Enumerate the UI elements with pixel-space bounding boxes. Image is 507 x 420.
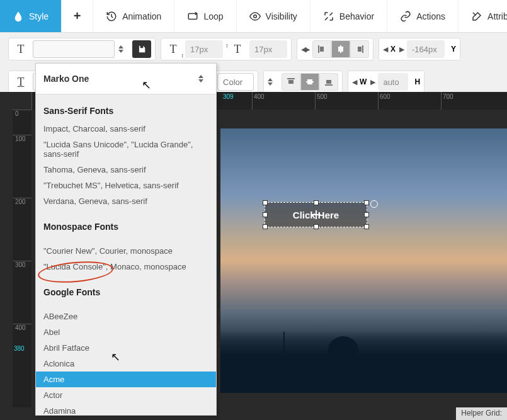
font-item[interactable]: Tahoma, Geneva, sans-serif [43, 162, 208, 178]
tab-label: Attribu [487, 11, 507, 21]
statusbar: Helper Grid: [456, 407, 507, 420]
chevron-r-icon: ▶ [370, 78, 374, 86]
align-bottom-icon [324, 77, 333, 86]
resize-handle[interactable] [314, 224, 319, 229]
font-item[interactable]: ABeeZee [43, 309, 208, 324]
align-left-icon [317, 45, 326, 54]
svg-rect-2 [318, 45, 319, 53]
line-height-icon: T↕ [229, 41, 246, 57]
cursor-icon: ↖ [111, 350, 120, 364]
h-align-group[interactable] [312, 40, 369, 58]
chevron-l-icon: ◀ [383, 45, 387, 54]
text-icon: T [13, 41, 29, 57]
align-right-button[interactable] [350, 40, 369, 58]
svg-rect-12 [325, 84, 333, 86]
tab-visibility[interactable]: Visibility [237, 0, 310, 32]
align-bottom-button[interactable] [319, 73, 338, 91]
font-name-stepper[interactable] [118, 40, 128, 58]
tab-style[interactable]: Style [0, 0, 62, 32]
line-height-input[interactable] [249, 40, 287, 58]
history-icon [106, 11, 117, 22]
h-label: H [414, 77, 420, 86]
cursor-icon: ↖ [142, 78, 151, 92]
font-item[interactable]: "Courier New", Courier, monospace [43, 243, 208, 259]
svg-rect-6 [362, 45, 363, 53]
font-item[interactable]: "Lucida Sans Unicode", "Lucida Grande", … [43, 137, 208, 162]
font-item-highlighted[interactable]: Acme [36, 372, 216, 387]
scene-skyline [220, 330, 507, 393]
font-item[interactable]: "Trebuchet MS", Helvetica, sans-serif [43, 178, 208, 193]
floppy-icon [137, 45, 146, 54]
font-item[interactable]: "Lucida Console", Monaco, monospace [43, 259, 208, 275]
resize-handle[interactable] [263, 200, 268, 205]
resize-handle[interactable] [263, 212, 268, 217]
width-input[interactable] [378, 73, 408, 91]
font-item[interactable]: Aclonica [43, 356, 208, 372]
x-input[interactable] [407, 40, 445, 58]
rotate-handle[interactable] [370, 200, 378, 208]
y-label: Y [451, 45, 456, 54]
link-icon [400, 11, 411, 22]
svg-point-1 [253, 14, 256, 18]
align-top-button[interactable] [282, 73, 300, 91]
font-dropdown[interactable]: Marko One Sans-Serif Fonts Impact, Charc… [35, 63, 217, 416]
align-center-button[interactable] [331, 40, 350, 58]
loop-icon [187, 11, 198, 22]
font-size-input[interactable] [185, 40, 223, 58]
tab-label: Animation [122, 11, 161, 21]
align-middle-button[interactable] [300, 73, 319, 91]
x-label: X [390, 45, 396, 54]
tab-loop[interactable]: Loop [174, 0, 236, 32]
selected-element[interactable]: Click Here [265, 202, 367, 227]
tab-animation[interactable]: Animation [93, 0, 174, 32]
font-heading-sans: Sans-Serif Fonts [43, 106, 208, 116]
font-item[interactable]: Abel [43, 324, 208, 340]
tab-behavior[interactable]: Behavior [310, 0, 387, 32]
font-dropdown-stepper[interactable] [198, 70, 208, 88]
tab-add[interactable]: + [62, 0, 93, 32]
ruler-tick: 600 [378, 92, 441, 110]
tab-label: Visibility [266, 11, 297, 21]
ruler-tick: 700 [441, 92, 504, 110]
tab-attributes[interactable]: Attribu [459, 0, 507, 32]
ruler-tick: 300 [13, 261, 31, 324]
svg-rect-9 [288, 80, 293, 84]
font-item[interactable]: Impact, Charcoal, sans-serif [43, 121, 208, 137]
font-item[interactable]: Adamina [43, 403, 208, 416]
tools-icon [471, 11, 482, 22]
svg-rect-11 [307, 79, 312, 84]
canvas-scene[interactable] [220, 128, 507, 393]
tab-label: Style [29, 11, 48, 21]
text-underline-icon: T [13, 74, 29, 90]
tab-actions[interactable]: Actions [387, 0, 459, 32]
tab-label: Behavior [339, 11, 374, 21]
font-size-icon: T↕ [165, 41, 181, 57]
font-item[interactable]: Verdana, Geneva, sans-serif [43, 193, 208, 209]
resize-handle[interactable] [263, 224, 268, 229]
status-helper-grid: Helper Grid: [461, 409, 502, 417]
font-name-input[interactable] [33, 40, 115, 58]
v-align-group[interactable] [282, 73, 338, 91]
svg-rect-7 [358, 47, 362, 52]
resize-handle[interactable] [364, 212, 369, 217]
save-button[interactable] [132, 40, 151, 58]
ruler-vertical[interactable]: 0 100 200 300 400 [13, 110, 31, 407]
font-dropdown-selected[interactable]: Marko One [36, 64, 216, 94]
resize-handle[interactable] [364, 224, 369, 229]
ruler-h-marker: 309 [223, 93, 234, 100]
align-middle-icon [305, 77, 314, 86]
svg-rect-8 [287, 78, 295, 79]
font-item[interactable]: Actor [43, 387, 208, 403]
align-left-button[interactable] [312, 40, 331, 58]
font-heading-mono: Monospace Fonts [43, 222, 208, 232]
eye-icon [249, 11, 261, 22]
move-handle-icon[interactable] [312, 210, 321, 219]
expand-icon [323, 11, 334, 22]
w-label: W [360, 77, 367, 86]
font-item[interactable]: Abril Fatface [43, 340, 208, 356]
color-input[interactable] [217, 73, 254, 91]
v-align-stepper[interactable] [268, 73, 278, 91]
tab-label: Loop [203, 11, 223, 21]
resize-handle[interactable] [314, 200, 319, 205]
resize-handle[interactable] [364, 200, 369, 205]
